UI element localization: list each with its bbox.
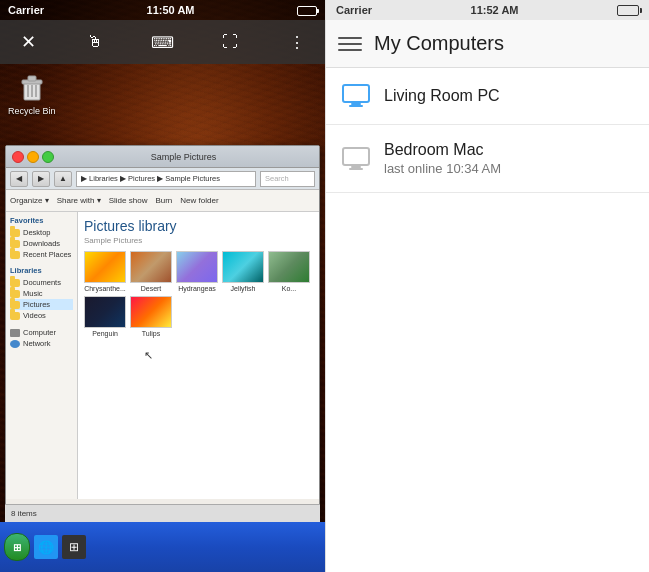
explorer-body: Favorites Desktop Downloads Recent Place… [6, 212, 319, 499]
list-item[interactable]: Chrysanthe... [84, 251, 126, 292]
window-maximize-btn[interactable] [42, 151, 54, 163]
computer-name-bedroom-mac: Bedroom Mac [384, 141, 633, 159]
sidebar-desktop[interactable]: Desktop [10, 227, 73, 238]
close-button[interactable]: ✕ [14, 28, 42, 56]
fullscreen-icon: ⛶ [222, 33, 238, 51]
keyboard-button[interactable]: ⌨ [149, 28, 177, 56]
explorer-nav-bar: ◀ ▶ ▲ ▶ Libraries ▶ Pictures ▶ Sample Pi… [6, 168, 319, 190]
thumbnail-penguin [84, 296, 126, 328]
left-carrier-text: Carrier [8, 4, 44, 16]
svg-rect-2 [28, 76, 36, 81]
folder-icon [10, 312, 20, 320]
recycle-bin-icon [16, 72, 48, 104]
computer-info-bedroom-mac: Bedroom Mac last online 10:34 AM [384, 141, 633, 176]
computer-icon [10, 329, 20, 337]
explorer-sidebar: Favorites Desktop Downloads Recent Place… [6, 212, 78, 499]
right-status-bar: Carrier 11:52 AM [326, 0, 649, 20]
explorer-titlebar: Sample Pictures [6, 146, 319, 168]
computers-list: Living Room PC Bedroom Mac last online 1… [326, 68, 649, 572]
window-close-btn[interactable] [12, 151, 24, 163]
thumbnail-kookaburra [268, 251, 310, 283]
mouse-button[interactable]: 🖱 [81, 28, 109, 56]
explorer-toolbar: Organize ▾ Share with ▾ Slide show Burn … [6, 190, 319, 212]
right-nav-bar: My Computers [326, 20, 649, 68]
toolbar-slideshow[interactable]: Slide show [109, 196, 148, 205]
list-item[interactable]: Jellyfish [222, 251, 264, 292]
sidebar-network[interactable]: Network [10, 338, 73, 349]
right-panel: Carrier 11:52 AM My Computers Liv [325, 0, 649, 572]
toolbar-burn[interactable]: Burn [155, 196, 172, 205]
breadcrumb-text: ▶ Libraries ▶ Pictures ▶ Sample Pictures [81, 174, 220, 183]
folder-icon [10, 290, 20, 298]
start-icon: ⊞ [13, 542, 21, 553]
fullscreen-button[interactable]: ⛶ [216, 28, 244, 56]
breadcrumb-bar[interactable]: ▶ Libraries ▶ Pictures ▶ Sample Pictures [76, 171, 256, 187]
thumbnail-jellyfish [222, 251, 264, 283]
list-item[interactable]: Penguin [84, 296, 126, 337]
svg-rect-6 [343, 85, 369, 102]
sidebar-pictures[interactable]: Pictures [10, 299, 73, 310]
status-items-count: 8 items [11, 509, 37, 518]
explorer-main: Pictures library Sample Pictures Chrysan… [78, 212, 319, 499]
list-item[interactable]: Hydrangeas [176, 251, 218, 292]
keyboard-icon: ⌨ [151, 33, 174, 52]
svg-rect-11 [349, 168, 363, 170]
hamburger-line-2 [338, 43, 362, 45]
taskbar-icons: 🌐 ⊞ [34, 535, 86, 559]
nav-up-button[interactable]: ▲ [54, 171, 72, 187]
close-icon: ✕ [21, 31, 36, 53]
window-minimize-btn[interactable] [27, 151, 39, 163]
sidebar-videos[interactable]: Videos [10, 310, 73, 321]
toolbar-organize[interactable]: Organize ▾ [10, 196, 49, 205]
taskbar: ⊞ 🌐 ⊞ [0, 522, 325, 572]
right-battery-area [617, 4, 639, 17]
favorites-title: Favorites [10, 216, 73, 225]
computer-status-bedroom-mac: last online 10:34 AM [384, 161, 633, 176]
sidebar-downloads[interactable]: Downloads [10, 238, 73, 249]
sidebar-documents[interactable]: Documents [10, 277, 73, 288]
explorer-main-subtitle: Sample Pictures [84, 236, 313, 245]
list-item[interactable]: Desert [130, 251, 172, 292]
explorer-search-input[interactable]: Search [260, 171, 315, 187]
network-icon [10, 340, 20, 348]
list-item[interactable]: Living Room PC [326, 68, 649, 125]
libraries-title: Libraries [10, 266, 73, 275]
list-item[interactable]: Ko... [268, 251, 310, 292]
left-status-bar: Carrier 11:50 AM [0, 0, 325, 20]
taskbar-ie-icon[interactable]: 🌐 [34, 535, 58, 559]
computer-name-living-room: Living Room PC [384, 87, 633, 105]
page-title: My Computers [374, 32, 504, 55]
more-icon: ⋮ [289, 33, 305, 52]
folder-icon [10, 251, 20, 259]
cursor-pointer-icon: ↖ [144, 349, 153, 361]
toolbar-share[interactable]: Share with ▾ [57, 196, 101, 205]
nav-forward-button[interactable]: ▶ [32, 171, 50, 187]
explorer-window: Sample Pictures ◀ ▶ ▲ ▶ Libraries ▶ Pict… [5, 145, 320, 522]
thumbnail-desert [130, 251, 172, 283]
taskbar-windows-icon[interactable]: ⊞ [62, 535, 86, 559]
cursor-area: ↖ [144, 345, 313, 363]
explorer-status-bar: 8 items [5, 504, 320, 522]
folder-icon [10, 229, 20, 237]
hamburger-button[interactable] [338, 32, 362, 56]
sidebar-computer[interactable]: Computer [10, 327, 73, 338]
explorer-main-title: Pictures library [84, 218, 313, 234]
sidebar-recent-places[interactable]: Recent Places [10, 249, 73, 260]
recycle-bin[interactable]: Recycle Bin [8, 72, 56, 116]
monitor-icon-living-room [342, 84, 370, 108]
left-toolbar: ✕ 🖱 ⌨ ⛶ ⋮ [0, 20, 325, 64]
list-item[interactable]: Bedroom Mac last online 10:34 AM [326, 125, 649, 193]
nav-back-button[interactable]: ◀ [10, 171, 28, 187]
sidebar-music[interactable]: Music [10, 288, 73, 299]
hamburger-line-3 [338, 49, 362, 51]
more-button[interactable]: ⋮ [283, 28, 311, 56]
thumbnails-grid: Chrysanthe... Desert Hydrangeas Jellyfis… [84, 251, 313, 337]
svg-rect-7 [351, 103, 361, 105]
toolbar-newfolder[interactable]: New folder [180, 196, 218, 205]
recycle-bin-label: Recycle Bin [8, 106, 56, 116]
svg-rect-8 [349, 105, 363, 107]
svg-rect-10 [351, 166, 361, 168]
left-panel: Carrier 11:50 AM ✕ 🖱 ⌨ ⛶ ⋮ [0, 0, 325, 572]
start-button[interactable]: ⊞ [4, 533, 30, 561]
list-item[interactable]: Tulips [130, 296, 172, 337]
